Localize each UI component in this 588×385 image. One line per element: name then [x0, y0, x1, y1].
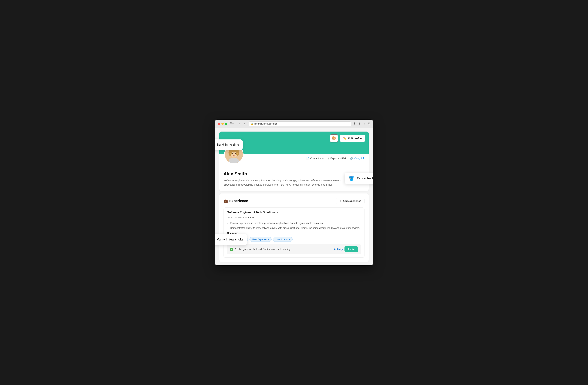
edit-profile-label: Edit profile — [348, 137, 362, 140]
download-icon[interactable]: ⬇ — [354, 122, 356, 126]
copy-link-label: Copy link — [354, 157, 364, 160]
add-experience-label: Add experience — [343, 200, 361, 202]
build-label: Build in no time — [217, 143, 239, 147]
experience-title: 💼 Experience — [224, 199, 248, 203]
date-range: Jul 2022 - Present — [227, 216, 246, 219]
experience-bullet-1: Proven experience in developing software… — [227, 221, 361, 225]
palette-button[interactable]: 🎨 — [330, 134, 338, 142]
edit-profile-button[interactable]: ✏️ Edit profile — [340, 135, 365, 142]
verified-check-icon: ✓ — [230, 248, 233, 251]
invite-button[interactable]: Invite — [344, 246, 358, 252]
company-name: Tech Solutions — [256, 211, 275, 214]
skill-tag-2[interactable]: User Interface — [273, 237, 293, 242]
activity-link[interactable]: Activity — [334, 248, 343, 251]
svg-point-11 — [237, 153, 238, 154]
export-pdf-label: Export as PDF — [330, 157, 346, 160]
more-options-button[interactable]: ⋮ — [358, 211, 361, 215]
browser-navigation: ‹ › — [237, 122, 247, 126]
svg-point-5 — [236, 150, 239, 156]
copy-link-button[interactable]: 🔗 Copy link — [350, 157, 364, 160]
contact-info-icon: 📄 — [306, 157, 309, 160]
job-title-row: Software Engineer at Tech Solutions ↗ — [227, 211, 278, 214]
svg-point-9 — [235, 153, 236, 154]
experience-header: 💼 Experience ＋ Add experience — [224, 198, 364, 204]
share-icon[interactable]: ⬆ — [358, 122, 360, 126]
edit-pencil-icon: ✏️ — [343, 137, 347, 140]
banner-actions: 🎨 ✏️ Edit profile — [330, 134, 365, 142]
close-button[interactable] — [218, 123, 220, 125]
verification-status: ✓ 7 colleagues verified and 2 of them ar… — [230, 248, 291, 251]
copy-link-icon: 🔗 — [350, 157, 353, 160]
svg-point-8 — [232, 153, 233, 154]
contact-info-label: Contact Info — [310, 157, 324, 160]
sidebar-toggle-icon[interactable] — [230, 122, 234, 125]
duration-separator: · — [246, 216, 247, 219]
experience-item: Software Engineer at Tech Solutions ↗ ⋮ … — [224, 208, 364, 258]
verification-bar: ✓ 7 colleagues verified and 2 of them ar… — [227, 244, 361, 254]
contact-info-button[interactable]: 📄 Contact Info — [306, 157, 324, 160]
forward-button[interactable]: › — [243, 122, 247, 126]
experience-item-header: Software Engineer at Tech Solutions ↗ ⋮ — [227, 211, 361, 215]
maximize-button[interactable] — [225, 123, 227, 125]
minimize-button[interactable] — [221, 123, 224, 125]
add-experience-button[interactable]: ＋ Add experience — [336, 198, 364, 204]
experience-section: 💼 Experience ＋ Add experience Software E… — [219, 193, 369, 262]
profile-name: Alex Smith — [224, 171, 364, 177]
browser-body: 🧱 Build in no time ✓ Verify in few click… — [215, 128, 373, 266]
build-tooltip-card: 🧱 Build in no time — [215, 139, 243, 150]
browser-actions: ⬇ ⬆ ＋ ⧉ — [354, 122, 370, 126]
at-label: at — [253, 211, 255, 214]
verify-tooltip-card: ✓ Verify in few clicks — [215, 234, 247, 245]
export-pdf-button[interactable]: ⬆ Export as PDF — [327, 157, 346, 160]
new-tab-icon[interactable]: ＋ — [363, 122, 366, 126]
experience-dates: Jul 2022 - Present · 4 mos — [227, 216, 361, 219]
browser-window: ‹ › 🔒 resumify.me/alexsmith ⬇ ⬆ ＋ ⧉ 🧱 Bu… — [215, 120, 373, 266]
verification-text: 7 colleagues verified and 2 of them are … — [234, 248, 291, 251]
verify-label: Verify in few clicks — [217, 238, 243, 241]
export-tooltip-card: 🪣 Export for FREE — [345, 173, 373, 184]
skill-tag-1[interactable]: User Experience — [250, 237, 272, 242]
duration: 4 mos — [248, 216, 254, 219]
experience-title-text: Experience — [229, 199, 248, 203]
traffic-lights — [218, 123, 227, 125]
address-bar[interactable]: 🔒 resumify.me/alexsmith — [249, 121, 351, 126]
svg-point-4 — [229, 150, 232, 156]
experience-title-row: Software Engineer at Tech Solutions ↗ — [227, 211, 278, 214]
svg-point-10 — [230, 153, 231, 154]
experience-bullet-2: Demonstrated ability to work collaborati… — [227, 226, 361, 230]
experience-icon: 💼 — [224, 199, 228, 203]
lock-icon: 🔒 — [251, 123, 253, 125]
add-icon: ＋ — [339, 199, 342, 203]
tabs-icon[interactable]: ⧉ — [368, 122, 370, 126]
export-label: Export for FREE — [357, 177, 373, 180]
url-text: resumify.me/alexsmith — [254, 122, 277, 125]
job-title: Software Engineer — [227, 211, 252, 214]
skill-tags: Product Design User Experience User Inte… — [227, 237, 361, 242]
experience-bullets: Proven experience in developing software… — [227, 221, 361, 230]
export-pdf-icon: ⬆ — [327, 157, 329, 160]
company-link-icon[interactable]: ↗ — [276, 211, 278, 214]
see-more-button[interactable]: See more — [227, 232, 361, 235]
browser-toolbar: ‹ › 🔒 resumify.me/alexsmith ⬇ ⬆ ＋ ⧉ — [215, 120, 373, 128]
back-button[interactable]: ‹ — [237, 122, 241, 126]
profile-bio: Software engineer with a strong focus on… — [224, 178, 350, 187]
export-icon: 🪣 — [348, 175, 355, 182]
